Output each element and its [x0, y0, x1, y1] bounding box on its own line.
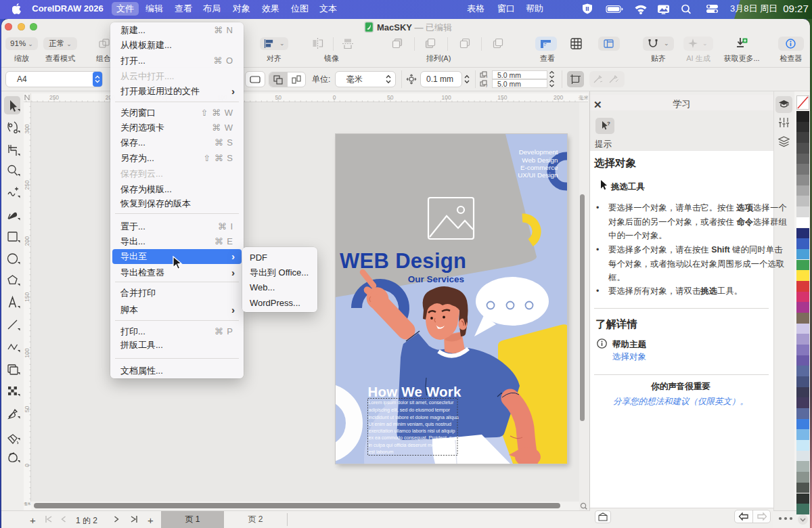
svg-text:incididunt ut labore et dolore: incididunt ut labore et dolore magna ali… [369, 414, 459, 420]
svg-text:Ut enim ad minim veniam, quis: Ut enim ad minim veniam, quis nostrud [369, 421, 451, 427]
svg-text:150: 150 [24, 292, 30, 302]
svg-text:exercitation ullamco laboris n: exercitation ullamco laboris nisi ut ali… [369, 428, 455, 434]
svg-text:250: 250 [49, 94, 59, 101]
svg-text:How We Work: How We Work [368, 384, 462, 399]
svg-text:x: x [486, 74, 488, 79]
svg-text:50: 50 [24, 406, 30, 413]
svg-text:est laborum: est laborum [369, 449, 394, 455]
svg-text:WEB Design: WEB Design [340, 249, 466, 273]
svg-text:Development: Development [519, 148, 558, 156]
svg-text:E-commerce: E-commerce [520, 164, 558, 171]
svg-text:50: 50 [275, 94, 281, 101]
svg-text:200: 200 [554, 94, 563, 101]
svg-text:250: 250 [24, 180, 30, 190]
svg-text:100: 100 [24, 348, 30, 357]
svg-text:100: 100 [442, 94, 451, 101]
svg-text:UX/UI Design: UX/UI Design [518, 171, 558, 179]
svg-text:?: ? [607, 120, 610, 127]
svg-text:150: 150 [497, 94, 507, 101]
svg-text:Web Design: Web Design [522, 156, 558, 164]
svg-text:50: 50 [387, 94, 394, 101]
svg-text:300: 300 [24, 124, 30, 133]
svg-text:ex ea commodo consequat. Proid: ex ea commodo consequat. Proident, sunt [369, 435, 459, 441]
svg-text:adipiscing elit, sed do eiusmo: adipiscing elit, sed do eiusmod tempor [369, 407, 451, 413]
svg-text:Our Services: Our Services [408, 274, 464, 284]
svg-text:毫米: 毫米 [579, 95, 588, 101]
svg-text:0: 0 [333, 94, 336, 101]
svg-text:y: y [486, 83, 488, 87]
svg-text:200: 200 [24, 236, 30, 246]
svg-text:Lorem ipsum dolor sit amet, co: Lorem ipsum dolor sit amet, consectetur [369, 399, 455, 405]
svg-text:in culpa qui officia deserunt: in culpa qui officia deserunt mollit ani… [369, 442, 456, 448]
svg-text:0: 0 [24, 464, 30, 467]
